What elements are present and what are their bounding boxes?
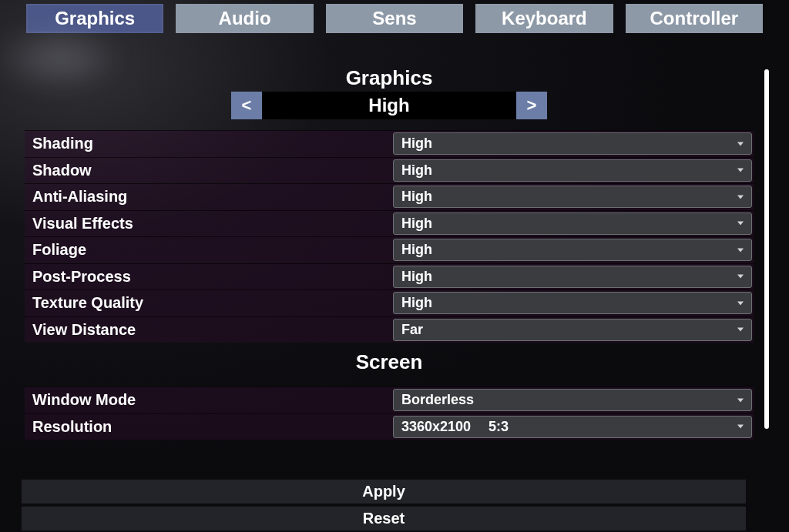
scrollbar-thumb[interactable] [764, 69, 769, 429]
graphics-setting-select-value: High [401, 189, 432, 205]
graphics-setting-select[interactable]: High [393, 132, 752, 155]
graphics-settings-list: ShadingHighShadowHighAnti-AliasingHighVi… [25, 130, 754, 343]
graphics-setting-label: Shadow [25, 162, 393, 179]
reset-button-label: Reset [363, 510, 405, 527]
graphics-setting-select[interactable]: High [393, 292, 752, 314]
graphics-setting-row: Post-ProcessHigh [25, 263, 754, 290]
apply-button-label: Apply [362, 483, 405, 500]
screen-settings-list: Window ModeBorderlessResolution3360x2100… [25, 386, 754, 440]
graphics-setting-select-value: High [401, 269, 432, 285]
chevron-down-icon [737, 398, 744, 402]
graphics-setting-select-value: High [401, 136, 432, 152]
graphics-setting-label: Post-Process [25, 268, 393, 286]
graphics-setting-select-value: Far [401, 322, 423, 338]
preset-prev-button[interactable]: < [231, 92, 262, 119]
chevron-down-icon [737, 195, 744, 199]
graphics-setting-row: Visual EffectsHigh [25, 210, 754, 237]
tab-label: Audio [219, 8, 271, 29]
graphics-setting-label: Shading [25, 135, 393, 152]
reset-button[interactable]: Reset [22, 506, 746, 530]
tab-label: Keyboard [502, 8, 587, 29]
tab-graphics[interactable]: Graphics [26, 4, 163, 33]
graphics-setting-row: ShadowHigh [25, 157, 754, 184]
chevron-down-icon [737, 222, 744, 226]
tab-sens[interactable]: Sens [326, 4, 463, 33]
graphics-setting-select[interactable]: High [393, 159, 752, 182]
tab-controller[interactable]: Controller [626, 4, 763, 33]
tab-label: Sens [372, 8, 416, 29]
screen-setting-select-value: 3360x2100 5:3 [401, 419, 509, 435]
chevron-down-icon [737, 301, 744, 305]
screen-setting-row: Resolution3360x2100 5:3 [25, 413, 754, 440]
screen-section-title: Screen [22, 350, 757, 374]
apply-button[interactable]: Apply [22, 479, 746, 504]
settings-tabbar: GraphicsAudioSensKeyboardController [0, 0, 789, 33]
graphics-setting-row: ShadingHigh [25, 130, 754, 157]
screen-setting-label: Resolution [25, 418, 393, 436]
chevron-down-icon [737, 328, 744, 332]
preset-value-display: High [262, 92, 516, 119]
graphics-setting-row: View DistanceFar [25, 316, 754, 343]
screen-setting-label: Window Mode [25, 391, 393, 409]
tab-keyboard[interactable]: Keyboard [475, 4, 613, 33]
preset-value-text: High [368, 95, 409, 116]
graphics-setting-label: Anti-Aliasing [25, 188, 393, 206]
chevron-down-icon [737, 248, 744, 252]
screen-setting-select-value: Borderless [401, 392, 474, 408]
preset-next-button[interactable]: > [516, 92, 547, 119]
graphics-setting-label: View Distance [25, 321, 393, 339]
chevron-down-icon [737, 425, 744, 429]
screen-setting-select[interactable]: 3360x2100 5:3 [393, 416, 752, 438]
graphics-setting-select[interactable]: High [393, 186, 752, 208]
graphics-setting-select[interactable]: High [393, 239, 752, 261]
graphics-setting-label: Visual Effects [25, 215, 393, 233]
graphics-setting-row: FoliageHigh [25, 236, 754, 263]
graphics-setting-select[interactable]: High [393, 212, 752, 235]
graphics-setting-row: Texture QualityHigh [25, 289, 754, 316]
screen-setting-row: Window ModeBorderless [25, 386, 754, 413]
graphics-setting-label: Texture Quality [25, 294, 393, 312]
graphics-setting-select-value: High [401, 162, 432, 179]
chevron-down-icon [737, 142, 744, 146]
graphics-setting-label: Foliage [25, 241, 393, 259]
graphics-setting-select[interactable]: High [393, 266, 752, 288]
chevron-down-icon [737, 169, 744, 172]
screen-setting-select[interactable]: Borderless [393, 389, 752, 411]
graphics-setting-select-value: High [401, 242, 432, 258]
settings-panel: Graphics < High > ShadingHighShadowHighA… [22, 52, 767, 530]
tab-label: Graphics [55, 8, 135, 29]
tab-audio[interactable]: Audio [176, 4, 313, 33]
graphics-setting-select-value: High [401, 216, 432, 232]
chevron-left-icon: < [242, 95, 252, 115]
graphics-setting-row: Anti-AliasingHigh [25, 183, 754, 210]
action-buttons: Apply Reset [22, 479, 746, 530]
graphics-setting-select[interactable]: Far [393, 319, 752, 341]
graphics-setting-select-value: High [401, 295, 432, 311]
graphics-section-title: Graphics [22, 66, 757, 90]
graphics-preset-stepper: < High > [22, 92, 757, 119]
chevron-down-icon [737, 275, 744, 279]
tab-label: Controller [650, 8, 738, 29]
chevron-right-icon: > [527, 95, 537, 115]
